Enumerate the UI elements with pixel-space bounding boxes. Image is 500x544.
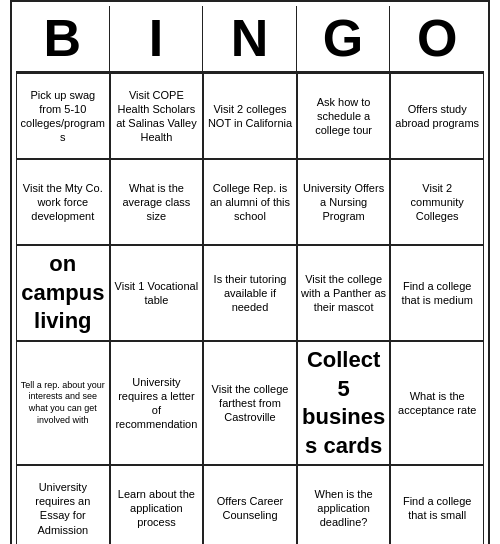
bingo-cell-10: on campus living xyxy=(16,245,110,341)
bingo-cell-15: Tell a rep. about your interests and see… xyxy=(16,341,110,465)
bingo-cell-3: Ask how to schedule a college tour xyxy=(297,73,391,159)
bingo-cell-1: Visit COPE Health Scholars at Salinas Va… xyxy=(110,73,204,159)
bingo-cell-8: University Offers a Nursing Program xyxy=(297,159,391,245)
bingo-letter-b: B xyxy=(16,6,110,71)
bingo-grid: Pick up swag from 5-10 colleges/programs… xyxy=(16,73,484,544)
bingo-cell-11: Visit 1 Vocational table xyxy=(110,245,204,341)
bingo-cell-18: Collect 5 business cards xyxy=(297,341,391,465)
bingo-cell-13: Visit the college with a Panther as thei… xyxy=(297,245,391,341)
bingo-cell-4: Offers study abroad programs xyxy=(390,73,484,159)
bingo-cell-12: Is their tutoring available if needed xyxy=(203,245,297,341)
bingo-cell-7: College Rep. is an alumni of this school xyxy=(203,159,297,245)
bingo-cell-23: When is the application deadline? xyxy=(297,465,391,544)
bingo-cell-17: Visit the college farthest from Castrovi… xyxy=(203,341,297,465)
bingo-cell-6: What is the average class size xyxy=(110,159,204,245)
bingo-cell-9: Visit 2 community Colleges xyxy=(390,159,484,245)
bingo-letter-n: N xyxy=(203,6,297,71)
bingo-cell-16: University requires a letter of recommen… xyxy=(110,341,204,465)
bingo-cell-0: Pick up swag from 5-10 colleges/programs xyxy=(16,73,110,159)
bingo-header: BINGO xyxy=(16,6,484,73)
bingo-cell-2: Visit 2 colleges NOT in California xyxy=(203,73,297,159)
bingo-cell-20: University requires an Essay for Admissi… xyxy=(16,465,110,544)
bingo-letter-i: I xyxy=(110,6,204,71)
bingo-cell-14: Find a college that is medium xyxy=(390,245,484,341)
bingo-cell-24: Find a college that is small xyxy=(390,465,484,544)
bingo-letter-o: O xyxy=(390,6,484,71)
bingo-cell-5: Visit the Mty Co. work force development xyxy=(16,159,110,245)
bingo-letter-g: G xyxy=(297,6,391,71)
bingo-card: BINGO Pick up swag from 5-10 colleges/pr… xyxy=(10,0,490,544)
bingo-cell-22: Offers Career Counseling xyxy=(203,465,297,544)
bingo-cell-19: What is the acceptance rate xyxy=(390,341,484,465)
bingo-cell-21: Learn about the application process xyxy=(110,465,204,544)
